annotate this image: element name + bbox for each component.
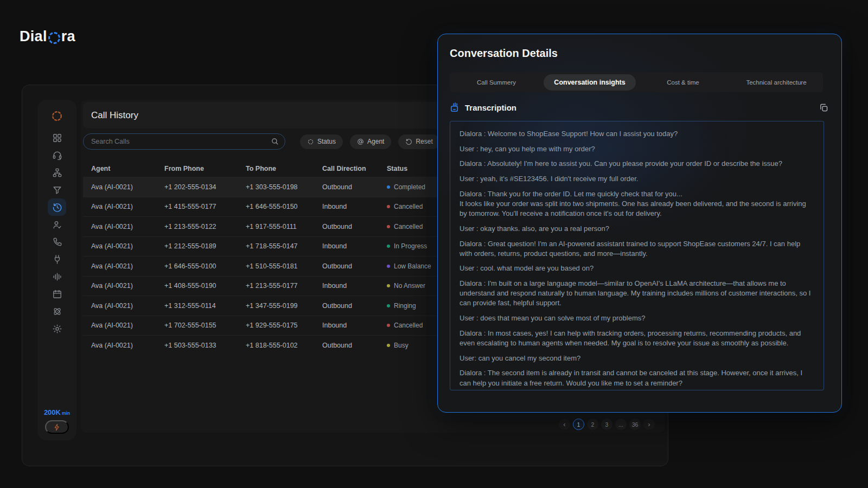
transcript-message: User : cool. what model are you based on… xyxy=(459,264,814,273)
cell-from-phone: +1 415-555-0177 xyxy=(164,203,246,210)
tab-label: Technical architecture xyxy=(738,76,814,89)
chevron-right-icon[interactable]: › xyxy=(643,419,655,430)
transcription-header-left: Transcription xyxy=(450,102,516,113)
cell-call-direction: Outbound xyxy=(322,302,387,310)
status-label: Cancelled xyxy=(394,223,423,230)
status-label: Low Balance xyxy=(394,262,431,270)
status-filter-button[interactable]: Status xyxy=(300,134,343,149)
cell-from-phone: +1 213-555-0122 xyxy=(164,223,246,230)
reset-icon xyxy=(405,138,412,145)
dashboard-icon xyxy=(52,133,62,143)
transcript-message: User : does that mean you can solve most… xyxy=(459,313,814,323)
calendar-icon xyxy=(52,289,62,299)
atom-icon xyxy=(52,306,62,317)
search-input[interactable] xyxy=(83,133,285,150)
cell-to-phone: +1 718-555-0147 xyxy=(246,242,322,250)
sidebar-item-user-check[interactable] xyxy=(48,216,66,233)
page-title: Call History xyxy=(91,110,138,121)
transcript-message: Dialora : Great question! I'm an AI-powe… xyxy=(459,239,814,259)
settings-icon xyxy=(52,324,62,334)
search-icon[interactable] xyxy=(271,137,279,145)
sidebar-item-phone[interactable] xyxy=(48,233,66,251)
tab-conversation-insights[interactable]: Conversation insights xyxy=(543,74,636,91)
tab-label: Conversation insights xyxy=(544,74,635,91)
cell-call-direction: Inbound xyxy=(322,282,387,290)
cell-to-phone: +1 510-555-0181 xyxy=(246,262,322,270)
sidebar: 200Kmin xyxy=(37,100,76,440)
phone-icon xyxy=(52,237,62,247)
plug-icon xyxy=(52,254,62,265)
transcript-message: Dialora : Absolutely! I'm here to assist… xyxy=(459,159,814,169)
status-label: In Progress xyxy=(394,242,427,250)
transcript-message: User : okay thanks. also, are you a real… xyxy=(459,224,814,234)
cell-call-direction: Outbound xyxy=(322,223,387,230)
transcript-message: Dialora : Welcome to ShopEase Support! H… xyxy=(459,129,814,139)
sidebar-item-loader[interactable] xyxy=(48,107,66,125)
sidebar-item-history[interactable] xyxy=(48,198,66,216)
tab-technical-architecture[interactable]: Technical architecture xyxy=(730,76,823,89)
page-1-button[interactable]: 1 xyxy=(573,419,584,430)
transcript-message: Dialora : In most cases, yes! I can help… xyxy=(459,329,814,348)
search-wrap xyxy=(83,133,285,150)
status-dot-icon xyxy=(387,284,390,287)
status-label: Busy xyxy=(394,342,409,349)
column-header-agent: Agent xyxy=(91,165,164,172)
sidebar-item-atom[interactable] xyxy=(48,303,66,320)
cell-agent: Ava (AI-0021) xyxy=(91,302,164,310)
reset-filter-button[interactable]: Reset xyxy=(398,134,439,149)
tab-cost-time[interactable]: Cost & time xyxy=(636,76,730,89)
modal-title: Conversation Details xyxy=(450,47,558,60)
cell-agent: Ava (AI-0021) xyxy=(91,262,164,270)
status-dot-icon xyxy=(387,304,390,307)
sidebar-item-plug[interactable] xyxy=(48,251,66,268)
status-label: Cancelled xyxy=(394,322,423,329)
status-dot-icon xyxy=(387,265,390,268)
sidebar-item-sitemap[interactable] xyxy=(48,164,66,181)
status-dot-icon xyxy=(387,245,390,248)
cell-call-direction: Inbound xyxy=(322,322,387,329)
status-dot-icon xyxy=(387,205,390,208)
cell-agent: Ava (AI-0021) xyxy=(91,282,164,290)
tab-call-summery[interactable]: Call Summery xyxy=(450,76,543,89)
status-label: Completed xyxy=(394,183,425,191)
filter-label: Agent xyxy=(367,138,384,145)
sidebar-item-waveform[interactable] xyxy=(48,268,66,285)
tab-label: Cost & time xyxy=(659,76,706,89)
status-dot-icon xyxy=(387,344,390,347)
cell-from-phone: +1 408-555-0190 xyxy=(164,282,246,290)
boost-button[interactable] xyxy=(45,420,69,434)
sitemap-icon xyxy=(52,168,62,178)
filter-pills: StatusAgentReset xyxy=(300,134,440,149)
cell-from-phone: +1 503-555-0133 xyxy=(164,342,246,349)
page-36-button[interactable]: 36 xyxy=(629,419,641,430)
cell-agent: Ava (AI-0021) xyxy=(91,242,164,250)
app-logo: Dialra xyxy=(20,28,75,45)
cell-to-phone: +1 303-555-0198 xyxy=(246,183,322,191)
page-2-button[interactable]: 2 xyxy=(587,419,598,430)
cell-to-phone: +1 213-555-0177 xyxy=(246,282,322,290)
sidebar-item-filter[interactable] xyxy=(48,181,66,198)
copy-button[interactable] xyxy=(819,103,828,112)
conversation-details-modal: Conversation Details Call SummeryConvers… xyxy=(437,34,842,413)
transcript-box[interactable]: Dialora : Welcome to ShopEase Support! H… xyxy=(450,121,824,390)
sidebar-item-calendar[interactable] xyxy=(48,285,66,303)
cell-call-direction: Inbound xyxy=(322,242,387,250)
status-circle-icon xyxy=(307,138,314,145)
status-label: Cancelled xyxy=(394,203,423,210)
sidebar-item-headset[interactable] xyxy=(48,146,66,164)
transcript-message: User: can you cancel my second item? xyxy=(459,354,814,363)
sidebar-item-settings[interactable] xyxy=(48,320,66,337)
agent-filter-button[interactable]: Agent xyxy=(350,134,391,149)
minutes-value: 200K xyxy=(44,408,61,416)
cell-from-phone: +1 212-555-0189 xyxy=(164,242,246,250)
status-dot-icon xyxy=(387,324,390,327)
page-ellipsis[interactable]: ... xyxy=(615,419,627,430)
page-3-button[interactable]: 3 xyxy=(601,419,612,430)
at-icon xyxy=(357,138,364,145)
chevron-left-icon[interactable]: ‹ xyxy=(559,419,570,430)
cell-to-phone: +1 818-555-0102 xyxy=(246,342,322,349)
sidebar-item-dashboard[interactable] xyxy=(48,129,66,146)
bolt-icon xyxy=(53,423,61,431)
headset-icon xyxy=(52,150,62,160)
column-header-from-phone: From Phone xyxy=(164,165,246,172)
